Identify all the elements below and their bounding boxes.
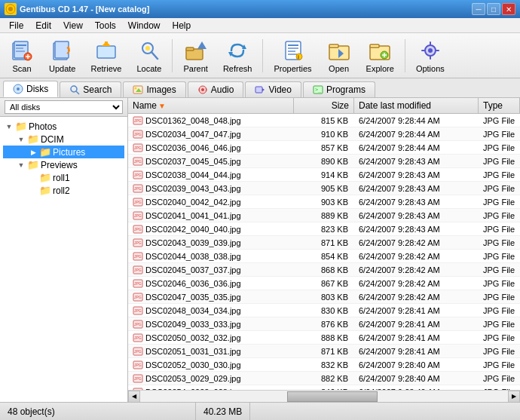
- tree-item-pictures[interactable]: ▶ 📁 Pictures: [3, 146, 124, 158]
- svg-text:JPG: JPG: [134, 349, 142, 354]
- table-row[interactable]: JPG DSC02042_0040_040.jpg 823 KB 6/24/20…: [128, 222, 520, 236]
- file-size: 830 KB: [294, 305, 354, 316]
- maximize-button[interactable]: □: [487, 3, 500, 15]
- file-date: 6/24/2007 9:28:43 AM: [354, 224, 479, 235]
- table-row[interactable]: JPG DSC02048_0034_034.jpg 830 KB 6/24/20…: [128, 304, 520, 317]
- file-size: 823 KB: [294, 224, 354, 235]
- options-button[interactable]: Options: [409, 36, 451, 75]
- refresh-button[interactable]: Refresh: [216, 36, 259, 75]
- menu-edit[interactable]: Edit: [29, 19, 57, 32]
- table-row[interactable]: JPG DSC02044_0038_038.jpg 854 KB 6/24/20…: [128, 250, 520, 263]
- file-date: 6/24/2007 9:28:44 AM: [354, 129, 479, 139]
- file-name: DSC02044_0038_038.jpg: [145, 252, 241, 261]
- update-button[interactable]: Update: [42, 36, 82, 75]
- tree-item-photos[interactable]: ▼ 📁 Photos: [3, 120, 124, 133]
- jpg-file-icon: JPG: [133, 143, 143, 152]
- scroll-right-arrow[interactable]: ▶: [508, 391, 520, 403]
- open-icon: [327, 38, 351, 63]
- open-button[interactable]: Open: [320, 36, 358, 75]
- programs-tab-icon: >_: [313, 84, 323, 95]
- h-scroll-thumb[interactable]: [287, 391, 378, 402]
- svg-text:JPG: JPG: [134, 146, 142, 150]
- tree-item-previews[interactable]: ▼ 📁 Previews: [3, 158, 124, 171]
- locate-button[interactable]: Locate: [130, 36, 168, 75]
- tab-video[interactable]: Video: [245, 81, 301, 97]
- disk-dropdown[interactable]: All disks: [5, 100, 123, 114]
- col-name-label: Name: [133, 100, 157, 111]
- table-row[interactable]: JPG DSC02045_0037_037.jpg 868 KB 6/24/20…: [128, 263, 520, 277]
- table-row[interactable]: JPG DSC02049_0033_033.jpg 876 KB 6/24/20…: [128, 317, 520, 331]
- menu-tools[interactable]: Tools: [89, 19, 122, 32]
- menu-window[interactable]: Window: [122, 19, 167, 32]
- table-row[interactable]: JPG DSC02036_0046_046.jpg 857 KB 6/24/20…: [128, 141, 520, 155]
- file-name: DSC02053_0029_029.jpg: [145, 374, 241, 383]
- tab-disks[interactable]: Disks: [3, 81, 58, 97]
- tree-label-roll1: roll1: [53, 173, 70, 183]
- close-button[interactable]: ✕: [502, 3, 515, 15]
- folder-icon-dcim: 📁: [27, 133, 39, 145]
- file-size: 871 KB: [294, 346, 354, 357]
- tree-item-dcim[interactable]: ▼ 📁 DCIM: [3, 133, 124, 146]
- jpg-file-icon: JPG: [133, 279, 143, 288]
- parent-label: Parent: [183, 64, 207, 73]
- table-row[interactable]: JPG DSC02037_0045_045.jpg 890 KB 6/24/20…: [128, 155, 520, 168]
- table-row[interactable]: JPG DSC02046_0036_036.jpg 867 KB 6/24/20…: [128, 277, 520, 290]
- file-type: JPG File: [479, 292, 520, 302]
- properties-button[interactable]: i Properties: [267, 36, 318, 75]
- tab-search[interactable]: Search: [60, 81, 121, 97]
- table-row[interactable]: JPG DSC02050_0032_032.jpg 888 KB 6/24/20…: [128, 331, 520, 345]
- file-type: JPG File: [479, 319, 520, 330]
- col-header-name[interactable]: Name ▼: [128, 98, 294, 113]
- table-row[interactable]: JPG DSC02053_0029_029.jpg 882 KB 6/24/20…: [128, 372, 520, 385]
- svg-text:i: i: [298, 54, 299, 60]
- svg-text:JPG: JPG: [134, 322, 142, 326]
- svg-rect-28: [288, 54, 297, 55]
- tab-images[interactable]: Images: [123, 81, 185, 97]
- tab-programs[interactable]: >_ Programs: [303, 81, 375, 97]
- tree-expand-pictures: ▶: [29, 149, 38, 156]
- explore-button[interactable]: Explore: [359, 36, 401, 75]
- tree-item-roll1[interactable]: 📁 roll1: [3, 171, 124, 184]
- explore-label: Explore: [366, 64, 394, 73]
- col-header-type[interactable]: Type: [479, 98, 520, 113]
- file-list[interactable]: JPG DSC01362_0048_048.jpg 815 KB 6/24/20…: [128, 114, 520, 390]
- tab-audio[interactable]: Audio: [188, 81, 244, 97]
- svg-rect-5: [16, 48, 23, 49]
- file-type: JPG File: [479, 115, 520, 126]
- table-row[interactable]: JPG DSC02034_0047_047.jpg 910 KB 6/24/20…: [128, 127, 520, 141]
- table-row[interactable]: JPG DSC02041_0041_041.jpg 889 KB 6/24/20…: [128, 209, 520, 222]
- col-type-label: Type: [483, 100, 503, 111]
- table-row[interactable]: JPG DSC02043_0039_039.jpg 871 KB 6/24/20…: [128, 236, 520, 250]
- col-header-date[interactable]: Date last modified: [354, 98, 479, 113]
- col-header-size[interactable]: Size: [294, 98, 354, 113]
- menu-view[interactable]: View: [57, 19, 89, 32]
- table-row[interactable]: JPG DSC02039_0043_043.jpg 905 KB 6/24/20…: [128, 182, 520, 195]
- table-row[interactable]: JPG DSC02040_0042_042.jpg 903 KB 6/24/20…: [128, 195, 520, 209]
- svg-point-18: [145, 46, 150, 51]
- menu-help[interactable]: Help: [167, 19, 197, 32]
- table-row[interactable]: JPG DSC02051_0031_031.jpg 871 KB 6/24/20…: [128, 345, 520, 358]
- table-row[interactable]: JPG DSC02038_0044_044.jpg 914 KB 6/24/20…: [128, 168, 520, 182]
- file-date: 6/24/2007 9:28:41 AM: [354, 346, 479, 357]
- scan-button[interactable]: Scan: [3, 36, 41, 75]
- file-type: JPG File: [479, 156, 520, 167]
- update-label: Update: [49, 64, 75, 73]
- h-scroll-track[interactable]: [140, 391, 508, 402]
- menu-file[interactable]: File: [3, 19, 29, 32]
- scroll-left-arrow[interactable]: ◀: [128, 391, 140, 403]
- tree-item-roll2[interactable]: 📁 roll2: [3, 184, 124, 197]
- table-row[interactable]: JPG DSC01362_0048_048.jpg 815 KB 6/24/20…: [128, 114, 520, 127]
- tree-expand-previews: ▼: [17, 161, 26, 169]
- table-row[interactable]: JPG DSC02047_0035_035.jpg 803 KB 6/24/20…: [128, 290, 520, 304]
- retrieve-button[interactable]: Retrieve: [84, 36, 128, 75]
- tree-label-dcim: DCIM: [41, 134, 64, 145]
- horizontal-scrollbar[interactable]: ◀ ▶: [128, 390, 520, 402]
- left-panel: All disks ▼ 📁 Photos ▼ 📁 DCIM ▶ 📁 Pictur…: [0, 98, 128, 402]
- jpg-file-icon: JPG: [133, 252, 143, 261]
- table-row[interactable]: JPG DSC02052_0030_030.jpg 832 KB 6/24/20…: [128, 358, 520, 372]
- svg-line-17: [151, 52, 158, 59]
- minimize-button[interactable]: ─: [472, 3, 485, 15]
- parent-button[interactable]: Parent: [176, 36, 214, 75]
- svg-text:JPG: JPG: [134, 254, 142, 259]
- file-type: JPG File: [479, 197, 520, 207]
